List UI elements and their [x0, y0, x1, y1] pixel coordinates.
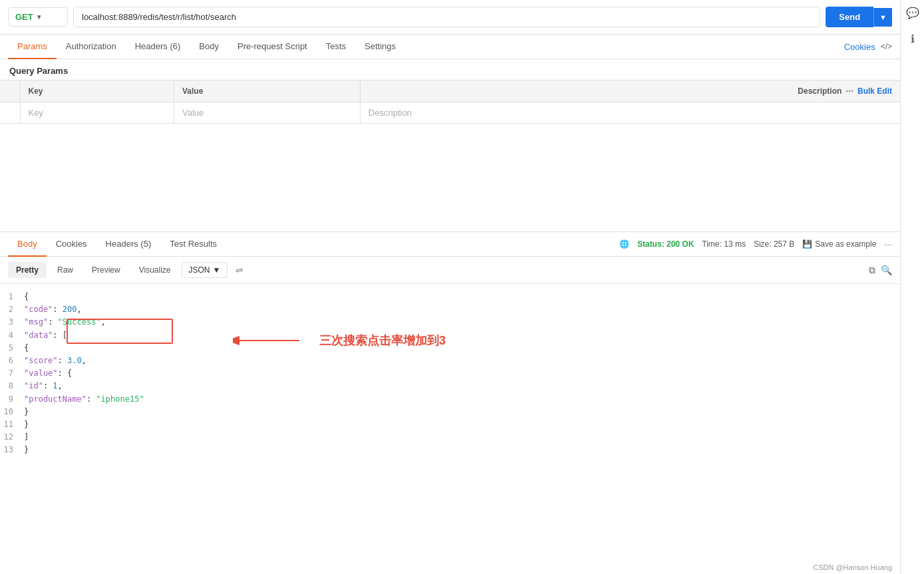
- line-content: {: [24, 342, 900, 355]
- code-line: 11 }: [0, 418, 900, 431]
- view-tab-preview[interactable]: Preview: [84, 262, 128, 278]
- view-tab-visualize[interactable]: Visualize: [131, 262, 179, 278]
- tab-body[interactable]: Body: [190, 35, 228, 59]
- time-badge: Time: 13 ms: [702, 239, 746, 249]
- search-icon[interactable]: 🔍: [881, 265, 892, 276]
- right-sidebar: 💬 ℹ: [900, 0, 924, 463]
- line-content: "data": [: [24, 329, 900, 342]
- body-view-actions: ⧉ 🔍: [869, 265, 892, 276]
- code-line: 7 "value": {: [0, 367, 900, 380]
- code-line: 4 "data": [: [0, 329, 900, 342]
- code-line: 6 "score": 3.0,: [0, 355, 900, 367]
- line-number: 2: [0, 303, 24, 316]
- send-button-group: Send ▼: [826, 7, 892, 27]
- line-content: "score": 3.0,: [24, 355, 900, 367]
- line-content: }: [24, 444, 900, 456]
- bulk-edit-dots-icon: ···: [846, 86, 853, 96]
- method-select[interactable]: GET ▼: [8, 7, 68, 27]
- upper-section: Query Params Key Value Description ··· B…: [0, 59, 900, 232]
- code-line: 2 "code": 200,: [0, 303, 900, 316]
- format-select[interactable]: JSON ▼: [182, 262, 228, 278]
- request-tabs-bar: Params Authorization Headers (6) Body Pr…: [0, 35, 900, 59]
- save-example-label: Save as example: [815, 239, 876, 249]
- query-params-label: Query Params: [0, 59, 900, 80]
- row-desc-cell[interactable]: Description: [360, 102, 900, 124]
- code-wrapper: 1{2 "code": 200,3 "msg": "Success",4 "da…: [0, 284, 900, 463]
- globe-icon: 🌐: [619, 239, 629, 249]
- format-label: JSON: [189, 265, 210, 275]
- tab-authorization[interactable]: Authorization: [57, 35, 126, 59]
- th-value: Value: [174, 80, 361, 102]
- line-number: 12: [0, 431, 24, 444]
- response-status-bar: 🌐 Status: 200 OK Time: 13 ms Size: 257 B…: [619, 239, 892, 249]
- code-line: 10 }: [0, 406, 900, 418]
- response-tabs-bar: Body Cookies Headers (5) Test Results 🌐 …: [0, 232, 900, 257]
- send-button[interactable]: Send: [826, 7, 873, 27]
- response-tab-headers[interactable]: Headers (5): [96, 232, 161, 257]
- annotation-arrow: [233, 331, 313, 351]
- row-value-cell[interactable]: Value: [174, 102, 361, 124]
- chat-icon[interactable]: 💬: [906, 7, 919, 19]
- line-content: "id": 1,: [24, 380, 900, 392]
- body-view-tabs: Pretty Raw Preview Visualize JSON ▼ ⇌ ⧉ …: [0, 257, 900, 284]
- line-number: 4: [0, 329, 24, 342]
- annotation-text: 三次搜索点击率增加到3: [319, 333, 446, 349]
- code-line: 9 "productName": "iphone15": [0, 393, 900, 406]
- line-number: 7: [0, 367, 24, 380]
- size-badge: Size: 257 B: [754, 239, 794, 249]
- line-content: {: [24, 291, 900, 303]
- code-line: 3 "msg": "Success",: [0, 316, 900, 329]
- code-line: 5 {: [0, 342, 900, 355]
- line-content: }: [24, 406, 900, 418]
- line-content: "code": 200,: [24, 303, 900, 316]
- th-key: Key: [20, 80, 174, 102]
- code-line: 12 ]: [0, 431, 900, 444]
- th-checkbox: [0, 80, 20, 102]
- response-tab-body[interactable]: Body: [8, 232, 47, 257]
- line-number: 8: [0, 380, 24, 392]
- table-row: Key Value Description: [0, 102, 900, 124]
- bulk-edit-button[interactable]: Bulk Edit: [857, 86, 892, 96]
- response-tab-test-results[interactable]: Test Results: [160, 232, 226, 257]
- copy-icon[interactable]: ⧉: [869, 265, 875, 276]
- code-line: 8 "id": 1,: [0, 380, 900, 392]
- tab-params[interactable]: Params: [8, 35, 57, 59]
- save-icon: 💾: [802, 239, 812, 249]
- line-content: "msg": "Success",: [24, 316, 900, 329]
- th-description: Description ··· Bulk Edit: [360, 80, 900, 102]
- row-key-cell[interactable]: Key: [20, 102, 174, 124]
- line-number: 6: [0, 355, 24, 367]
- tab-settings[interactable]: Settings: [355, 35, 405, 59]
- line-content: "value": {: [24, 367, 900, 380]
- line-content: "productName": "iphone15": [24, 393, 900, 406]
- line-number: 3: [0, 316, 24, 329]
- params-table: Key Value Description ··· Bulk Edit Key: [0, 80, 900, 124]
- row-checkbox-cell: [0, 102, 20, 124]
- tab-tests[interactable]: Tests: [317, 35, 355, 59]
- line-number: 10: [0, 406, 24, 418]
- code-area: 1{2 "code": 200,3 "msg": "Success",4 "da…: [0, 284, 900, 463]
- send-dropdown-button[interactable]: ▼: [873, 8, 892, 27]
- more-options-icon[interactable]: ···: [884, 239, 892, 249]
- url-bar: GET ▼ Send ▼: [0, 0, 900, 35]
- line-content: }: [24, 418, 900, 431]
- annotation-overlay: 三次搜索点击率增加到3: [233, 331, 446, 351]
- line-number: 9: [0, 393, 24, 406]
- url-input[interactable]: [73, 7, 820, 27]
- tab-headers[interactable]: Headers (6): [126, 35, 190, 59]
- status-badge: Status: 200 OK: [637, 239, 694, 249]
- line-number: 5: [0, 342, 24, 355]
- tab-pre-request[interactable]: Pre-request Script: [228, 35, 317, 59]
- view-tab-raw[interactable]: Raw: [49, 262, 81, 278]
- response-tab-cookies[interactable]: Cookies: [47, 232, 96, 257]
- line-number: 11: [0, 418, 24, 431]
- code-line: 13}: [0, 444, 900, 456]
- info-icon[interactable]: ℹ: [911, 33, 915, 45]
- cookies-link[interactable]: Cookies: [844, 35, 875, 59]
- method-label: GET: [15, 12, 33, 22]
- view-tab-pretty[interactable]: Pretty: [8, 262, 47, 278]
- save-example-button[interactable]: 💾 Save as example: [802, 239, 876, 249]
- tag-icon[interactable]: </>: [881, 42, 892, 51]
- line-number: 13: [0, 444, 24, 456]
- wrap-icon[interactable]: ⇌: [235, 265, 243, 275]
